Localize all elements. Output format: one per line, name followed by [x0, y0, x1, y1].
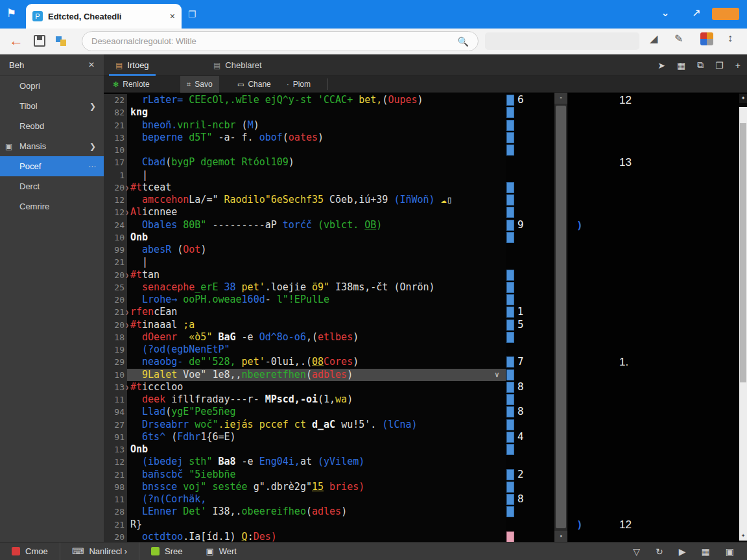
line-number[interactable]: 12 [104, 456, 127, 468]
savo-button[interactable]: ⌗Savo [180, 76, 219, 93]
code-line[interactable]: 10Onb [104, 231, 506, 244]
line-number[interactable]: 21 [104, 256, 127, 268]
code-line[interactable]: 22 rLater= CEEcOl,.wEle ejQ^y-st 'CCAC+ … [104, 94, 506, 106]
square-icon[interactable]: ▣ [726, 546, 734, 557]
code-line[interactable]: 11 (?n(Corhäk, [104, 493, 506, 506]
code-line[interactable]: 25 senacephe_erE 38 pet'.loejie ö9" I38m… [104, 281, 506, 294]
code-line[interactable]: 21R} [104, 519, 506, 531]
colored-grid-icon[interactable] [700, 32, 713, 45]
line-number[interactable]: 20 [104, 294, 127, 306]
line-number[interactable]: 99 [104, 244, 127, 256]
more-icon[interactable]: ⋯ [88, 162, 96, 171]
line-number[interactable]: 13 [104, 443, 127, 456]
browser-tab[interactable]: P Edtcted, Cheatedli × [26, 4, 182, 29]
back-button[interactable]: ← [9, 32, 23, 49]
flask-icon[interactable]: ▽ [633, 546, 640, 557]
code-line[interactable]: 82kng [104, 106, 506, 119]
fold-arrow-icon[interactable]: ❯ [125, 181, 129, 194]
code-line[interactable]: 20❯#tinaaal ;a [104, 319, 506, 331]
panel-scroll-thumb[interactable] [740, 123, 746, 382]
sidebar-close-icon[interactable]: ✕ [88, 60, 95, 69]
code-line[interactable]: 1 | [104, 169, 506, 181]
chevron-down-icon[interactable]: ⌄ [656, 6, 674, 19]
editor-scrollbar[interactable]: ▫ ▪ [554, 93, 567, 542]
line-number[interactable]: 17 [104, 156, 127, 169]
code-line[interactable]: 19 (?od(egbNenEtP" [104, 344, 506, 356]
line-number[interactable]: 94 [104, 406, 127, 418]
code-line[interactable]: 13 beperne d5T" -a- f. obof(oates) [104, 132, 506, 144]
search-icon[interactable]: 🔍 [458, 36, 469, 47]
code-line[interactable]: 21 bneoñ.vnril-ncbr (M) [104, 119, 506, 132]
code-line[interactable]: 21 bañscbč "5iebbñe [104, 469, 506, 481]
line-number[interactable]: 20❯ [104, 181, 127, 194]
code-line[interactable]: 20 Lrohe→ ooPH.oweae160d- l"!EPulLe [104, 294, 506, 306]
line-number[interactable]: 13 [104, 132, 127, 144]
line-number[interactable]: 10 [104, 231, 127, 244]
status-item-sree[interactable]: Sree [139, 542, 194, 560]
line-number[interactable]: 20❯ [104, 319, 127, 331]
line-number[interactable]: 25 [104, 281, 127, 294]
tab-irtoeg[interactable]: ▤Irtoeg [106, 54, 158, 76]
sidebar-item-mansis[interactable]: ▣Mansis❯ [0, 136, 104, 156]
close-window-button[interactable] [712, 8, 739, 20]
apps-icon[interactable] [56, 35, 67, 47]
chevron-down-icon[interactable]: ∨ [495, 369, 499, 381]
clipboard-icon[interactable]: ◢ [650, 32, 658, 45]
line-number[interactable]: 82 [104, 106, 127, 119]
code-line[interactable]: 13❯#ticccloo [104, 381, 506, 393]
line-number[interactable]: 21 [104, 519, 127, 531]
code-line[interactable]: 24 Obales 80B" ---------aP torćč (vblct.… [104, 219, 506, 231]
code-line[interactable]: 94 Llad(ygE"Pee5ñeg [104, 406, 506, 418]
code-line[interactable]: 21 | [104, 256, 506, 268]
fold-arrow-icon[interactable]: ❯ [125, 269, 129, 281]
scrollbar-thumb[interactable] [556, 106, 566, 528]
line-number[interactable]: 13❯ [104, 381, 127, 393]
cursor-icon[interactable]: ▶ [679, 546, 686, 557]
panel-scrollbar[interactable]: ✦ ✦ [739, 93, 747, 542]
code-line[interactable]: 17 Cbad(bygP dgemot Rtóol109) [104, 156, 506, 169]
code-line[interactable]: 12 amccehonLa/=" Raodilo"6eSechf35 Cōeb,… [104, 194, 506, 206]
grid-icon[interactable]: ▦ [702, 546, 710, 557]
restore-window-icon[interactable]: ↗ [687, 6, 706, 19]
sidebar-item-reobd[interactable]: Reobd [0, 116, 104, 136]
line-number[interactable]: 29 [104, 356, 127, 368]
scrollbar-down-button[interactable]: ▪ [554, 531, 567, 542]
tab-close-icon[interactable]: × [170, 11, 175, 21]
line-number[interactable]: 12 [104, 194, 127, 206]
line-number[interactable]: 91 [104, 431, 127, 443]
chevron-right-icon[interactable]: ❯ [89, 102, 96, 111]
line-number[interactable]: 12❯ [104, 206, 127, 218]
line-number[interactable]: 24 [104, 219, 127, 231]
status-item-nanlirecl[interactable]: ⌨Nanlirecl › [60, 542, 139, 560]
code-line[interactable]: 10 [104, 144, 506, 156]
tab-cheblaret[interactable]: ▤Cheblaret [204, 54, 271, 76]
new-tab-icon[interactable]: ❐ [188, 9, 196, 19]
sidebar-item-cemrire[interactable]: Cemrire [0, 196, 104, 216]
line-number[interactable]: 21❯ [104, 306, 127, 318]
window-icon[interactable]: ❐ [715, 60, 724, 71]
code-line[interactable]: 11 deek ifllfraday---r- MPscd,-oi(1,wa) [104, 393, 506, 406]
code-line[interactable]: 20❯#ttceat [104, 181, 506, 194]
copy-icon[interactable]: ⧉ [697, 60, 704, 71]
code-line[interactable]: 18 dOeenr «ò5" BaG -e Od^8o-o6,(etlbes) [104, 331, 506, 344]
code-line[interactable]: 98 bnssce voj" sestée g".dbrè2g"15 bries… [104, 481, 506, 493]
piom-button[interactable]: ·Piom [280, 76, 317, 93]
code-line[interactable]: 99 abesR (Oot) [104, 244, 506, 256]
sidebar-item-pocef[interactable]: Pocef⋯ [0, 156, 104, 176]
fold-arrow-icon[interactable]: ❯ [125, 206, 129, 218]
code-line[interactable]: 28 LEnner Det' I38,.obeereifheo(adles) [104, 506, 506, 518]
fold-arrow-icon[interactable]: ❯ [125, 381, 129, 393]
line-number[interactable]: 18 [104, 331, 127, 344]
sidebar-item-derct[interactable]: Derct [0, 176, 104, 196]
code-line[interactable]: 29 neaobg- de"'528, pet'-0lui,.(08Cores) [104, 356, 506, 368]
sidebar-item-oopri[interactable]: Oopri [0, 76, 104, 96]
line-number[interactable]: 10 [104, 144, 127, 156]
code-line[interactable]: 21❯rfencEan [104, 306, 506, 318]
chane-button[interactable]: ▭Chane [231, 76, 278, 93]
line-number[interactable]: 21 [104, 119, 127, 132]
code-line[interactable]: 12 (ibedej sth" Ba8 -e Eng04i,at (yVilem… [104, 456, 506, 468]
line-number[interactable]: 28 [104, 506, 127, 518]
line-number[interactable]: 1 [104, 169, 127, 181]
code-line[interactable]: 91 6ts^ (Fdhr1{6=E) [104, 431, 506, 443]
scrollbar-up-button[interactable]: ▫ [554, 93, 567, 104]
